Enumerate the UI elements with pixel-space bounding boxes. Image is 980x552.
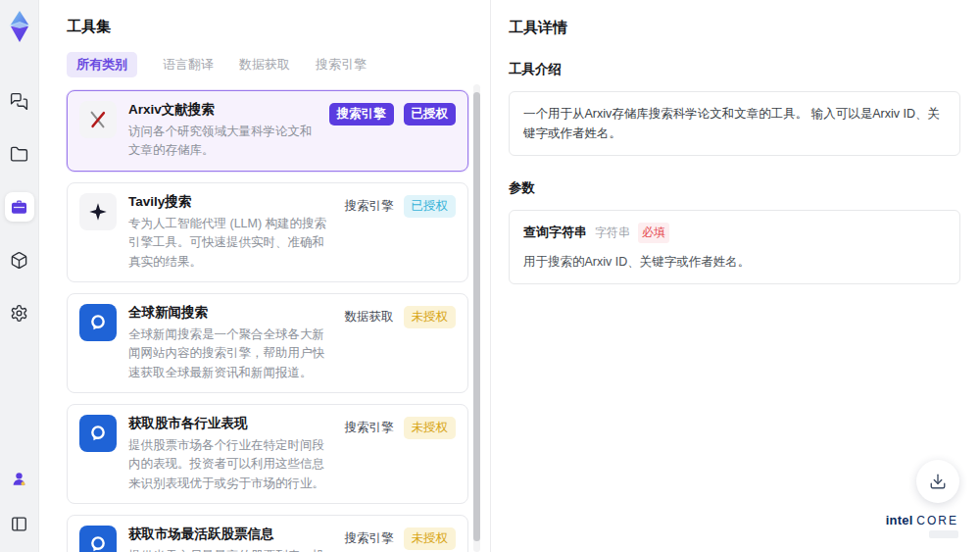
sidebar-item-settings[interactable]	[5, 298, 34, 327]
tool-card-tavily[interactable]: Tavily搜索 专为人工智能代理 (LLM) 构建的搜索引擎工具。可快速提供实…	[67, 182, 468, 282]
category-label: 搜索引擎	[345, 530, 394, 547]
chat-icon	[10, 92, 28, 111]
status-badge: 已授权	[404, 103, 457, 125]
intel-core-logo: intel CORE	[886, 513, 958, 538]
q-news-icon	[79, 526, 117, 552]
tool-name: Tavily搜索	[128, 193, 335, 211]
tool-desc: 全球新闻搜索是一个聚合全球各大新闻网站内容的搜索引擎，帮助用户快速获取全球最新资…	[128, 326, 335, 382]
category-badge: 搜索引擎	[329, 103, 394, 125]
param-box: 查询字符串 字符串 必填 用于搜索的Arxiv ID、关键字或作者姓名。	[509, 210, 960, 284]
tool-desc: 专为人工智能代理 (LLM) 构建的搜索引擎工具。可快速提供实时、准确和真实的结…	[128, 215, 335, 272]
star-icon	[79, 193, 117, 230]
param-required-badge: 必填	[638, 223, 669, 243]
user-avatar[interactable]	[5, 464, 34, 493]
q-news-icon	[79, 304, 117, 341]
intro-heading: 工具介绍	[509, 61, 960, 78]
folder-icon	[10, 145, 28, 164]
status-badge: 未授权	[404, 527, 457, 550]
tool-desc: 提供当天交易量最高的股票列表，投资者可以利用这些信息来识别流动性强的股票和潜在的…	[128, 547, 335, 552]
list-scrollbar	[473, 84, 480, 552]
param-desc: 用于搜索的Arxiv ID、关键字或作者姓名。	[523, 252, 946, 272]
intel-wordmark: intel	[886, 513, 913, 527]
category-tabs: 所有类别 语言翻译 数据获取 搜索引擎	[67, 52, 490, 77]
param-name: 查询字符串	[523, 223, 587, 243]
param-type: 字符串	[595, 224, 630, 242]
params-heading: 参数	[509, 179, 960, 197]
collapse-panel-button[interactable]	[5, 509, 34, 538]
scrollbar-thumb[interactable]	[473, 92, 480, 541]
tool-card-sector-performance[interactable]: 获取股市各行业表现 提供股票市场各个行业在特定时间段内的表现。投资者可以利用这些…	[67, 404, 468, 504]
status-badge: 未授权	[404, 417, 457, 439]
tool-name: 全球新闻搜索	[128, 304, 335, 322]
gear-icon	[10, 304, 28, 323]
download-button[interactable]	[916, 460, 959, 503]
sidebar-item-files[interactable]	[5, 139, 34, 169]
intel-sub-badge	[929, 530, 958, 538]
q-news-icon	[79, 415, 117, 452]
tool-card-global-news[interactable]: 全球新闻搜索 全球新闻搜索是一个聚合全球各大新闻网站内容的搜索引擎，帮助用户快速…	[67, 293, 468, 393]
tool-name: 获取股市各行业表现	[128, 415, 335, 432]
tab-data-fetch[interactable]: 数据获取	[239, 56, 290, 74]
briefcase-icon	[10, 198, 28, 217]
app-logo-icon	[5, 8, 34, 45]
tool-card-arxiv[interactable]: Arxiv文献搜索 访问各个研究领域大量科学论文和文章的存储库。 搜索引擎 已授…	[67, 90, 468, 172]
tab-all-categories[interactable]: 所有类别	[67, 52, 137, 77]
status-badge: 已授权	[404, 195, 457, 218]
category-label: 搜索引擎	[345, 198, 394, 215]
download-icon	[929, 473, 947, 490]
tool-name: 获取市场最活跃股票信息	[128, 526, 335, 543]
core-wordmark: CORE	[916, 514, 958, 527]
panel-left-icon	[10, 515, 28, 533]
sidebar-item-models[interactable]	[5, 245, 34, 275]
intro-text-box: 一个用于从Arxiv存储库搜索科学论文和文章的工具。 输入可以是Arxiv ID…	[509, 91, 960, 156]
tool-list: Arxiv文献搜索 访问各个研究领域大量科学论文和文章的存储库。 搜索引擎 已授…	[67, 90, 468, 552]
cube-icon	[10, 251, 28, 270]
sidebar-item-tools[interactable]	[5, 192, 34, 222]
category-label: 数据获取	[345, 309, 394, 326]
detail-title: 工具详情	[509, 19, 960, 37]
tab-search-engine[interactable]: 搜索引擎	[316, 56, 367, 74]
left-rail	[0, 0, 39, 552]
tools-panel: 工具集 所有类别 语言翻译 数据获取 搜索引擎 Arxiv文献搜索 访问各个研究…	[39, 0, 490, 552]
tool-desc: 提供股票市场各个行业在特定时间段内的表现。投资者可以利用这些信息来识别表现优于或…	[128, 436, 335, 493]
tool-detail-panel: 工具详情 工具介绍 一个用于从Arxiv存储库搜索科学论文和文章的工具。 输入可…	[490, 0, 980, 552]
sidebar-item-chat[interactable]	[5, 86, 34, 116]
status-badge: 未授权	[404, 306, 457, 328]
page-title: 工具集	[67, 18, 490, 36]
tool-desc: 访问各个研究领域大量科学论文和文章的存储库。	[128, 123, 319, 161]
tab-translation[interactable]: 语言翻译	[163, 56, 214, 74]
category-label: 搜索引擎	[345, 420, 394, 436]
arxiv-icon	[79, 101, 117, 138]
user-icon	[10, 470, 28, 488]
tool-name: Arxiv文献搜索	[128, 101, 319, 119]
tool-card-most-active-stocks[interactable]: 获取市场最活跃股票信息 提供当天交易量最高的股票列表，投资者可以利用这些信息来识…	[67, 515, 468, 552]
